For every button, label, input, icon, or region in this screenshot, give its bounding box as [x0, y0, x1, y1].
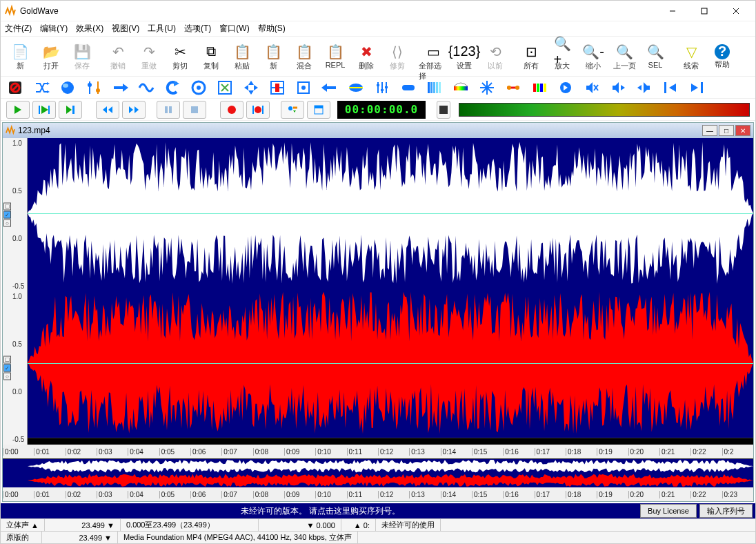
pastenew-button[interactable]: 📋新: [258, 39, 288, 75]
ch2-box1[interactable]: ☐: [3, 356, 11, 364]
close-button[interactable]: [720, 1, 751, 21]
status-duration2[interactable]: 23.499 ▼: [42, 532, 118, 543]
pill-icon[interactable]: [399, 79, 417, 97]
cross-icon[interactable]: [268, 79, 286, 97]
doc-maximize-button[interactable]: □: [719, 125, 734, 136]
split-v-icon[interactable]: [347, 79, 365, 97]
skip-l-icon[interactable]: [635, 79, 653, 97]
sliders-icon[interactable]: [373, 79, 391, 97]
waveform-right[interactable]: [28, 288, 753, 438]
ch1-box1[interactable]: ☐: [3, 203, 11, 211]
zoomin-button[interactable]: 🔍+放大: [547, 39, 577, 75]
minimize-button[interactable]: [657, 1, 688, 21]
repl-button[interactable]: 📋REPL: [320, 39, 350, 75]
bars-icon[interactable]: [426, 79, 444, 97]
status-position[interactable]: ▼ 0.000: [259, 519, 341, 531]
arrow-r-icon[interactable]: [111, 79, 129, 97]
rainbow-icon[interactable]: [452, 79, 470, 97]
fastfwd-button[interactable]: [122, 101, 146, 119]
play-sel-button[interactable]: [32, 101, 56, 119]
redo-button[interactable]: ↷重做: [134, 39, 164, 75]
spectrum-icon[interactable]: [530, 79, 548, 97]
status-zero[interactable]: ▲ 0:: [341, 519, 376, 531]
beam-icon[interactable]: [504, 79, 522, 97]
u-turn-icon[interactable]: [163, 79, 181, 97]
mute-icon[interactable]: [609, 79, 627, 97]
skip-l2-icon[interactable]: [662, 79, 679, 97]
pageback-button[interactable]: 🔍上一页: [609, 39, 639, 75]
time-ruler-overview[interactable]: 0:000:010:020:030:040:050:060:070:080:09…: [3, 487, 753, 501]
record-sel-button[interactable]: [246, 101, 270, 119]
ch1-box3[interactable]: ○: [3, 220, 11, 227]
menu-view[interactable]: 视图(V): [112, 23, 139, 35]
shuffle-icon[interactable]: [32, 79, 50, 97]
arrow-l-icon[interactable]: [321, 79, 339, 97]
cue-button[interactable]: ▽线索: [676, 39, 706, 75]
pause-button[interactable]: [157, 101, 180, 119]
menu-window[interactable]: 窗口(W): [219, 23, 249, 35]
ch2-box2[interactable]: ✓: [3, 365, 11, 372]
tuning-icon[interactable]: [85, 79, 103, 97]
sparkle-icon[interactable]: [478, 79, 496, 97]
paste-button[interactable]: 📋粘贴: [227, 39, 257, 75]
cut-button[interactable]: ✂剪切: [165, 39, 195, 75]
play-button[interactable]: [6, 101, 30, 119]
ch2-box3[interactable]: ○: [3, 373, 11, 380]
enter-serial-button[interactable]: 输入序列号: [699, 504, 753, 518]
help-button[interactable]: ?帮助: [707, 39, 737, 75]
bounce-icon[interactable]: [190, 79, 208, 97]
menu-file[interactable]: 文件(Z): [5, 23, 32, 35]
buy-license-button[interactable]: Buy License: [640, 504, 697, 518]
set-button[interactable]: {123}设置: [449, 39, 479, 75]
undo-button[interactable]: ↶撤销: [103, 39, 133, 75]
play-end-button[interactable]: [59, 101, 82, 119]
ch1-box2[interactable]: ✓: [3, 211, 11, 219]
vu-toggle[interactable]: [437, 101, 450, 119]
rewind-button[interactable]: [96, 101, 119, 119]
fit-icon[interactable]: [242, 79, 260, 97]
all-button[interactable]: ⊡所有: [516, 39, 546, 75]
menu-help[interactable]: 帮助(S): [258, 23, 286, 35]
maximize-button[interactable]: [688, 1, 719, 21]
status-range[interactable]: 0.000至23.499（23.499）: [121, 519, 259, 531]
mix-button[interactable]: 📋混合: [289, 39, 319, 75]
swap-icon[interactable]: [216, 79, 234, 97]
grab-icon[interactable]: [295, 79, 312, 97]
wave-icon[interactable]: [137, 79, 155, 97]
copy-button[interactable]: ⧉复制: [196, 39, 226, 75]
stop-fx-icon[interactable]: [6, 79, 24, 97]
doc-minimize-button[interactable]: —: [702, 125, 717, 136]
doc-close-button[interactable]: ✕: [735, 125, 750, 136]
menu-tool[interactable]: 工具(U): [148, 23, 176, 35]
license-message[interactable]: 未经许可的版本。 请点击这里购买序列号。: [1, 505, 640, 517]
props-button[interactable]: [307, 101, 330, 119]
status-channels[interactable]: 立体声 ▲: [1, 519, 45, 531]
save-button[interactable]: 💾保存: [67, 39, 97, 75]
waveform-left[interactable]: [28, 138, 753, 288]
stop-button[interactable]: [183, 101, 206, 119]
record-button[interactable]: [220, 101, 243, 119]
time-ruler-main[interactable]: 0:000:010:020:030:040:050:060:070:080:09…: [3, 445, 753, 458]
zoomout-button[interactable]: 🔍-缩小: [578, 39, 608, 75]
svg-marker-21: [248, 81, 254, 85]
prev-button[interactable]: ⟲以前: [480, 39, 510, 75]
vol-down-icon[interactable]: [583, 79, 601, 97]
overview-waveform[interactable]: [3, 458, 753, 487]
wave-scroll-track[interactable]: [28, 438, 753, 445]
skip-r-icon[interactable]: [688, 79, 706, 97]
menu-effect[interactable]: 效果(X): [76, 23, 103, 35]
sel-button[interactable]: 🔍SEL: [640, 39, 670, 75]
delete-button[interactable]: ✖删除: [351, 39, 381, 75]
new-button[interactable]: 📄新: [5, 39, 35, 75]
status-duration[interactable]: 23.499 ▼: [45, 519, 121, 531]
open-button[interactable]: 📂打开: [36, 39, 66, 75]
status-format[interactable]: Media Foundation MP4 (MPEG4 AAC), 44100 …: [118, 532, 358, 543]
selall-button[interactable]: ▭全部选择: [418, 39, 448, 75]
speaker-icon[interactable]: [557, 79, 575, 97]
sphere-icon[interactable]: [59, 79, 77, 97]
opts-button[interactable]: [281, 101, 304, 119]
menu-options[interactable]: 选项(T): [184, 23, 211, 35]
menu-edit[interactable]: 编辑(Y): [40, 23, 68, 35]
trim-button[interactable]: ⟨⟩修剪: [382, 39, 412, 75]
status-version[interactable]: 原版的: [1, 532, 42, 543]
